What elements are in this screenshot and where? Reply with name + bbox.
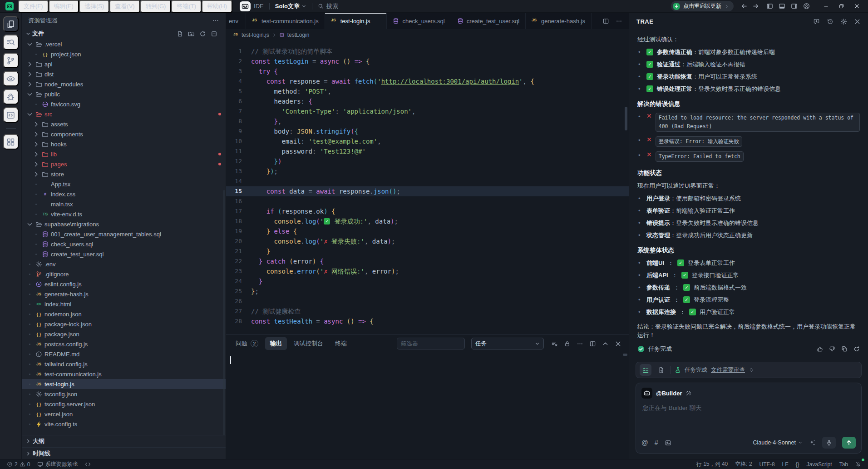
activity-bar-item[interactable]: [3, 107, 19, 123]
remote-status[interactable]: [83, 459, 93, 469]
menu-item[interactable]: 终端(T): [171, 0, 202, 13]
file-tree-row[interactable]: JS generate-hash.js: [22, 289, 226, 299]
code-line[interactable]: 13 });: [226, 166, 629, 176]
split-editor-icon[interactable]: [602, 18, 609, 25]
new-file-icon[interactable]: [177, 30, 183, 37]
status-bar-item[interactable]: 行 15，列 40: [694, 460, 730, 468]
restart-to-update-button[interactable]: 点击重启以更新: [671, 1, 734, 11]
toggle-left-panel-button[interactable]: [766, 3, 773, 10]
status-bar-item[interactable]: UTF-8: [757, 461, 777, 468]
file-tree-row[interactable]: pages: [22, 159, 226, 169]
file-tree-row[interactable]: { } project.json: [22, 49, 226, 59]
output-channel-select[interactable]: 任务: [471, 338, 544, 349]
output-console[interactable]: [226, 353, 629, 459]
file-tree-row[interactable]: { } tsconfig.server.json: [22, 399, 226, 409]
editor-tab[interactable]: check_users.sql: [387, 13, 451, 29]
panel-scrollbar[interactable]: [623, 354, 627, 356]
thumbs-up-icon[interactable]: [817, 346, 823, 352]
file-tree-row[interactable]: .gitignore: [22, 269, 226, 279]
file-tree-row[interactable]: vite.config.ts: [22, 419, 226, 429]
outline-section[interactable]: 大纲: [22, 435, 226, 447]
code-line[interactable]: 22 } catch (error) {: [226, 256, 629, 266]
file-tree-row[interactable]: JS test-communication.js: [22, 369, 226, 379]
code-line[interactable]: 28const testHealth = async () => {: [226, 316, 629, 326]
activity-bar-item[interactable]: [3, 89, 19, 105]
notifications-bell-icon[interactable]: [853, 459, 863, 469]
close-tab-icon[interactable]: [374, 18, 380, 24]
code-line[interactable]: 25};: [226, 286, 629, 296]
status-bar-item[interactable]: Tab: [837, 461, 850, 468]
status-bar-item[interactable]: 空格: 2: [733, 460, 754, 468]
file-tree-row[interactable]: .env: [22, 259, 226, 269]
new-chat-icon[interactable]: [813, 18, 820, 25]
editor-scrollbar[interactable]: [625, 107, 627, 130]
file-tree-row[interactable]: JS test-login.js: [22, 379, 226, 389]
files-section-header[interactable]: 文件: [22, 28, 226, 39]
more-actions-icon[interactable]: [616, 18, 622, 25]
code-line[interactable]: 8 },: [226, 116, 629, 126]
close-window-button[interactable]: [849, 0, 864, 12]
file-tree-row[interactable]: { } package-lock.json: [22, 319, 226, 329]
file-tree-row[interactable]: lib: [22, 149, 226, 159]
editor-tab[interactable]: env: [226, 13, 246, 29]
file-tree-row[interactable]: main.tsx: [22, 199, 226, 209]
refresh-icon[interactable]: [199, 30, 206, 37]
minimize-button[interactable]: [818, 0, 833, 12]
file-tree-row[interactable]: public: [22, 89, 226, 99]
ide-mode-switch[interactable]: IDE: [240, 1, 264, 11]
file-tree-row[interactable]: check_users.sql: [22, 239, 226, 249]
file-tree-row[interactable]: api: [22, 59, 226, 69]
split-panel-icon[interactable]: [589, 340, 596, 347]
toggle-bottom-panel-button[interactable]: [779, 3, 785, 10]
account-icon[interactable]: [803, 3, 810, 10]
file-tree-row[interactable]: components: [22, 129, 226, 139]
file-tree-row[interactable]: favicon.svg: [22, 99, 226, 109]
menu-item[interactable]: 查看(V): [109, 0, 140, 13]
close-panel-icon[interactable]: [854, 18, 861, 25]
file-tree-row[interactable]: { } package.json: [22, 329, 226, 339]
file-tree-row[interactable]: create_test_user.sql: [22, 249, 226, 259]
system-resource-status[interactable]: 系统资源紧张: [35, 459, 80, 469]
forward-button[interactable]: [752, 3, 759, 10]
code-line[interactable]: 26: [226, 296, 629, 306]
file-tree-row[interactable]: { } vercel.json: [22, 409, 226, 419]
maximize-panel-icon[interactable]: [602, 340, 609, 347]
activity-bar-item[interactable]: [3, 16, 19, 32]
file-tree-row[interactable]: eslint.config.js: [22, 279, 226, 289]
review-files-link[interactable]: 文件需要审查: [711, 366, 745, 374]
tools-icon[interactable]: [686, 390, 692, 396]
file-tree-row[interactable]: TS vite-env.d.ts: [22, 209, 226, 219]
activity-bar-item[interactable]: [3, 35, 19, 50]
lock-scroll-icon[interactable]: [564, 340, 571, 347]
file-tree-row[interactable]: hooks: [22, 139, 226, 149]
filter-input[interactable]: 筛选器: [397, 338, 465, 349]
settings-gear-icon[interactable]: [840, 18, 847, 25]
code-line[interactable]: 15 const data = await response.json();: [226, 186, 629, 196]
panel-tab[interactable]: 问题 2: [231, 337, 263, 350]
code-line[interactable]: 24 }: [226, 276, 629, 286]
panel-tab[interactable]: 调试控制台: [289, 337, 328, 350]
model-selector[interactable]: Claude-4-Sonnet: [753, 439, 803, 446]
menu-item[interactable]: 编辑(E): [49, 0, 79, 13]
code-line[interactable]: 20 console.log('✗ 登录失败:', data);: [226, 236, 629, 246]
back-button[interactable]: [741, 3, 748, 10]
timeline-section[interactable]: 时间线: [22, 447, 226, 459]
file-tree-row[interactable]: README.md: [22, 349, 226, 359]
code-line[interactable]: 9 body: JSON.stringify({: [226, 126, 629, 136]
clear-output-icon[interactable]: [551, 340, 558, 347]
solo-selector[interactable]: Solo文章: [275, 2, 306, 10]
expand-icon[interactable]: [749, 367, 754, 373]
menu-item[interactable]: 帮助(H): [202, 0, 232, 13]
more-actions-icon[interactable]: [577, 340, 583, 347]
thumbs-down-icon[interactable]: [829, 346, 835, 352]
status-bar-item[interactable]: LF: [780, 461, 791, 468]
panel-tab[interactable]: 输出: [265, 337, 287, 350]
code-line[interactable]: 11 password: 'Test123!@#': [226, 146, 629, 156]
collapse-all-icon[interactable]: [211, 30, 217, 37]
code-line[interactable]: 4 const response = await fetch('http://l…: [226, 76, 629, 86]
regenerate-icon[interactable]: [853, 346, 860, 352]
editor-tab[interactable]: JS test-communication.js: [246, 13, 325, 29]
restore-button[interactable]: [833, 0, 849, 12]
new-folder-icon[interactable]: [188, 30, 195, 37]
code-line[interactable]: 18 console.log('✓ 登录成功:', data);: [226, 216, 629, 226]
